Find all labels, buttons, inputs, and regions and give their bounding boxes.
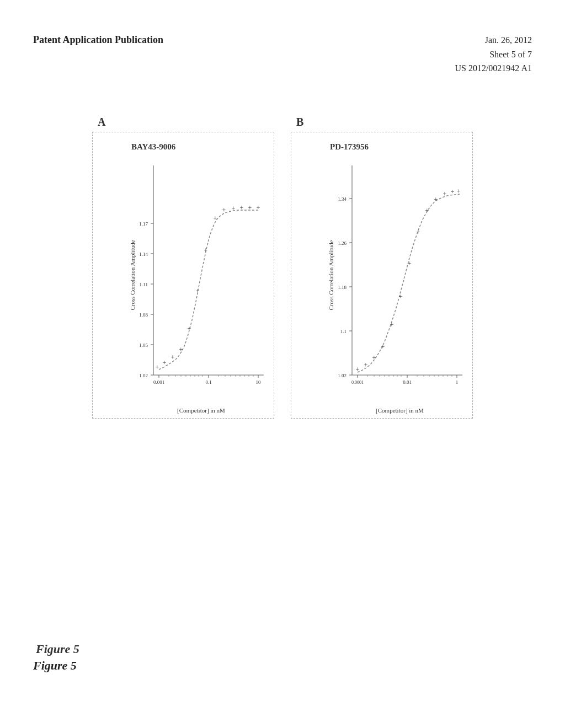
svg-text:1.14: 1.14 <box>139 251 148 257</box>
svg-text:+: + <box>399 293 403 301</box>
svg-text:+: + <box>372 354 376 362</box>
panel-a-x-label: [Competitor] in nM <box>131 407 271 414</box>
svg-text:0.01: 0.01 <box>403 379 412 385</box>
panel-b-letter: B <box>296 116 303 129</box>
panel-a-y-label: Cross Correlation Amplitude <box>129 240 136 310</box>
svg-text:1.26: 1.26 <box>338 240 347 246</box>
svg-text:1.05: 1.05 <box>139 342 148 348</box>
svg-text:+: + <box>156 363 159 371</box>
page-header: Patent Application Publication Jan. 26, … <box>0 33 565 76</box>
svg-text:+: + <box>417 228 420 236</box>
svg-text:1.02: 1.02 <box>338 373 347 378</box>
svg-text:+: + <box>434 196 438 204</box>
panel-b-compound: PD-173956 <box>330 142 369 152</box>
svg-text:+: + <box>188 325 191 333</box>
svg-text:+: + <box>425 207 429 215</box>
svg-text:+: + <box>204 247 208 254</box>
svg-text:+: + <box>364 361 368 369</box>
svg-text:0.1: 0.1 <box>205 379 211 385</box>
svg-text:+: + <box>408 260 412 267</box>
header-right: Jan. 26, 2012 Sheet 5 of 7 US 2012/00219… <box>455 33 532 76</box>
panel-b-y-label: Cross Correlation Amplitude <box>328 240 334 310</box>
svg-text:+: + <box>390 321 394 329</box>
svg-text:1.08: 1.08 <box>139 312 148 318</box>
svg-text:+: + <box>356 366 360 373</box>
panel-b: B Cross Correlation Amplitude PD-173956 … <box>291 116 473 419</box>
svg-text:+: + <box>171 354 175 361</box>
svg-text:+: + <box>214 215 217 222</box>
svg-text:1.11: 1.11 <box>140 282 148 287</box>
main-content: A Cross Correlation Amplitude BAY43-9006 <box>0 94 565 728</box>
svg-text:+: + <box>248 204 252 212</box>
svg-text:+: + <box>196 287 200 295</box>
charts-container: A Cross Correlation Amplitude BAY43-9006 <box>0 116 565 419</box>
svg-text:10: 10 <box>256 379 262 385</box>
svg-text:+: + <box>163 359 167 367</box>
panel-b-x-label: [Competitor] in nM <box>330 407 470 414</box>
svg-text:0.001: 0.001 <box>153 379 164 385</box>
svg-text:+: + <box>222 206 226 214</box>
svg-text:1.1: 1.1 <box>340 329 347 334</box>
panel-a: A Cross Correlation Amplitude BAY43-9006 <box>92 116 274 419</box>
figure-5-label: Figure 5 <box>36 642 79 656</box>
svg-text:+: + <box>240 204 244 212</box>
svg-text:1.02: 1.02 <box>139 373 148 378</box>
panel-a-box: Cross Correlation Amplitude BAY43-9006 1… <box>92 132 274 419</box>
svg-text:1.17: 1.17 <box>139 221 148 227</box>
svg-text:0.0001: 0.0001 <box>351 380 364 385</box>
header-left: Patent Application Publication <box>33 33 163 47</box>
svg-text:1: 1 <box>456 379 459 385</box>
svg-text:+: + <box>232 205 236 212</box>
header-date: Jan. 26, 2012 <box>455 33 532 47</box>
publication-title: Patent Application Publication <box>33 34 163 45</box>
svg-text:+: + <box>457 188 461 195</box>
panel-a-compound: BAY43-9006 <box>131 142 175 152</box>
panel-b-chart: 1.02 1.1 1.18 1.26 1.34 0.0001 0.01 <box>330 160 465 397</box>
panel-a-letter: A <box>98 116 105 129</box>
svg-text:+: + <box>381 343 385 351</box>
svg-text:1.18: 1.18 <box>338 285 347 290</box>
svg-text:+: + <box>257 204 260 212</box>
svg-text:+: + <box>443 190 447 198</box>
svg-text:+: + <box>451 188 455 196</box>
panel-a-chart: 1.02 1.05 1.08 1.11 1.14 1.17 0.001 <box>131 160 266 397</box>
header-patent-number: US 2012/0021942 A1 <box>455 61 532 76</box>
header-sheet: Sheet 5 of 7 <box>455 47 532 62</box>
svg-text:+: + <box>179 346 183 354</box>
panel-b-box: Cross Correlation Amplitude PD-173956 1.… <box>291 132 473 419</box>
svg-text:1.34: 1.34 <box>338 196 347 202</box>
